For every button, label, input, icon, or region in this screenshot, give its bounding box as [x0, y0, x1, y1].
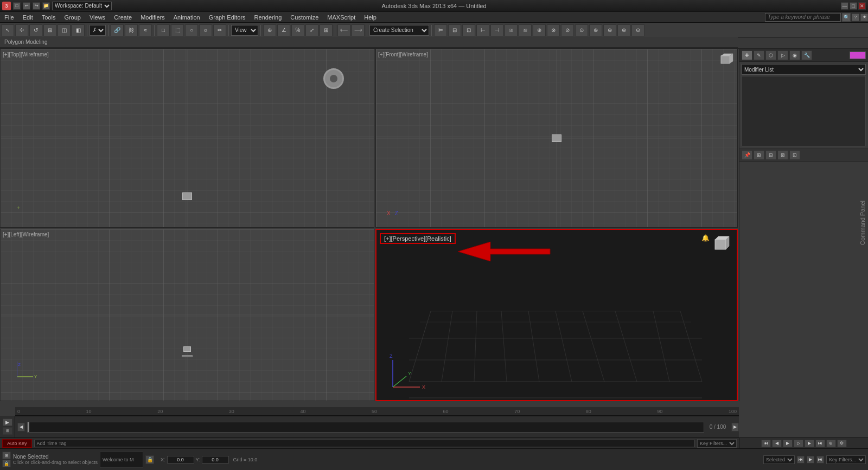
pin-stack-btn[interactable]: 📌	[742, 150, 752, 160]
menu-animation[interactable]: Animation	[169, 12, 205, 22]
status-grid-icon[interactable]: ⊞	[2, 452, 11, 459]
link-btn[interactable]: 🔗	[111, 24, 124, 36]
bookmark-icon[interactable]: ★	[860, 14, 868, 21]
stack-expand-btn[interactable]: ⊞	[754, 150, 764, 160]
search-input[interactable]	[765, 13, 841, 22]
play-btn[interactable]: ▶	[783, 440, 793, 447]
menu-modifiers[interactable]: Modifiers	[136, 12, 169, 22]
tb-btn-1[interactable]: ⊨	[434, 24, 447, 36]
scale-tool-btn[interactable]: ⊞	[43, 24, 56, 36]
color-swatch[interactable]	[850, 51, 866, 59]
menu-file[interactable]: File	[0, 12, 18, 22]
modifier-stack-box[interactable]	[742, 76, 866, 146]
undo-btn[interactable]: ⟵	[337, 24, 350, 36]
title-bar-controls[interactable]: — □ ✕	[841, 2, 866, 10]
tb-btn-4[interactable]: ⊢	[476, 24, 489, 36]
menu-customize[interactable]: Customize	[286, 12, 323, 22]
circle-select-btn[interactable]: ○	[185, 24, 198, 36]
key-filters-dropdown[interactable]: Key Filters...	[697, 439, 737, 448]
tb-btn-3[interactable]: ⊡	[462, 24, 475, 36]
angle-snap-btn[interactable]: ∠	[277, 24, 290, 36]
status-frame-icon[interactable]: ⏮	[797, 456, 805, 463]
titlebar-icon2[interactable]: ↩	[23, 2, 30, 10]
modify-panel-icon[interactable]: ✎	[754, 50, 764, 60]
time-config-btn[interactable]: ⚙	[837, 440, 847, 447]
reference-dropdown[interactable]: All	[90, 25, 106, 36]
spinner-snap-btn[interactable]: ⤢	[305, 24, 318, 36]
paint-select-btn[interactable]: ✏	[213, 24, 226, 36]
timeline-prev-btn[interactable]: ◀	[17, 423, 25, 432]
timeline-next-btn[interactable]: ▶	[731, 423, 739, 432]
object-lock-icon[interactable]: 🔒	[145, 455, 154, 464]
lasso-select-btn[interactable]: ⌾	[199, 24, 212, 36]
tb-btn-6[interactable]: ≋	[505, 24, 518, 36]
motion-panel-icon[interactable]: ▷	[777, 50, 788, 60]
timeline-slider[interactable]	[27, 422, 704, 433]
create-panel-icon[interactable]: ✚	[742, 50, 752, 60]
next-frame-btn[interactable]: ▶	[805, 440, 814, 447]
menu-graph-editors[interactable]: Graph Editors	[205, 12, 250, 22]
workspace-dropdown[interactable]: Workspace: Default	[52, 2, 112, 10]
tb-btn-9[interactable]: ⊗	[547, 24, 560, 36]
menu-create[interactable]: Create	[110, 12, 136, 22]
percent-snap-btn[interactable]: %	[291, 24, 304, 36]
maximize-button[interactable]: □	[850, 2, 857, 10]
status-frame-end-icon[interactable]: ⏭	[816, 456, 824, 463]
mirror-btn[interactable]: ◫	[58, 24, 71, 36]
menu-tools[interactable]: Tools	[37, 12, 60, 22]
view-dropdown[interactable]: View	[231, 25, 258, 36]
align-btn[interactable]: ◧	[72, 24, 85, 36]
tb-btn-15[interactable]: ⊝	[631, 24, 644, 36]
stack-delete-btn[interactable]: ⊠	[777, 150, 788, 160]
stack-options-btn[interactable]: ⊡	[789, 150, 800, 160]
status-play-icon[interactable]: ▶	[807, 456, 814, 463]
menu-views[interactable]: Views	[85, 12, 110, 22]
tb-btn-13[interactable]: ⊛	[603, 24, 616, 36]
menu-help[interactable]: Help	[360, 12, 381, 22]
autokey-mode-dropdown[interactable]: Selected	[763, 455, 795, 464]
titlebar-icon1[interactable]: □	[13, 2, 21, 10]
redo-btn[interactable]: ⟶	[352, 24, 365, 36]
menu-edit[interactable]: Edit	[18, 12, 37, 22]
tb-btn-12[interactable]: ⊚	[589, 24, 602, 36]
create-selection-dropdown[interactable]: Create Selection	[369, 25, 429, 36]
menu-group[interactable]: Group	[60, 12, 85, 22]
tb-btn-14[interactable]: ⊜	[617, 24, 630, 36]
key-mode-btn[interactable]: ⊕	[826, 440, 836, 447]
snap-toggle-btn[interactable]: ⊕	[263, 24, 276, 36]
stack-collapse-btn[interactable]: ⊟	[765, 150, 776, 160]
perspective-viewport[interactable]: [+][Perspective][Realistic]	[375, 229, 738, 401]
tb-btn-8[interactable]: ⊕	[533, 24, 546, 36]
tb-btn-2[interactable]: ⊟	[448, 24, 461, 36]
modifier-list-dropdown[interactable]: Modifier List	[742, 64, 866, 75]
hierarchy-panel-icon[interactable]: ⬡	[765, 50, 776, 60]
edge-snap-btn[interactable]: ⊞	[320, 24, 333, 36]
rectangle-select-btn[interactable]: ⬚	[171, 24, 184, 36]
auto-key-button[interactable]: Auto Key	[2, 439, 32, 448]
object-select-btn[interactable]: □	[157, 24, 170, 36]
menu-maxscript[interactable]: MAXScript	[323, 12, 360, 22]
titlebar-icon4[interactable]: 📁	[42, 2, 50, 10]
menu-rendering[interactable]: Rendering	[250, 12, 286, 22]
close-button[interactable]: ✕	[858, 2, 866, 10]
y-coord-input[interactable]	[202, 456, 229, 463]
loop-btn[interactable]: ⊞	[3, 427, 12, 435]
utilities-panel-icon[interactable]: 🔧	[801, 50, 812, 60]
rotate-tool-btn[interactable]: ↺	[29, 24, 42, 36]
play-selected-btn[interactable]: ▷	[794, 440, 803, 447]
help-icon[interactable]: ?	[852, 14, 859, 21]
titlebar-icon3[interactable]: ↪	[33, 2, 40, 10]
tb-btn-11[interactable]: ⊙	[575, 24, 588, 36]
x-coord-input[interactable]	[167, 456, 194, 463]
tb-btn-5[interactable]: ⊣	[490, 24, 503, 36]
search-icon[interactable]: 🔍	[842, 13, 851, 22]
tb-btn-10[interactable]: ⊘	[561, 24, 574, 36]
prev-frame-btn[interactable]: ◀	[772, 440, 782, 447]
mini-player-btn[interactable]: ▶	[3, 419, 12, 426]
minimize-button[interactable]: —	[841, 2, 848, 10]
top-right-viewport[interactable]: [+][Front][Wireframe] X Z	[375, 49, 738, 228]
bind-btn[interactable]: ≈	[139, 24, 152, 36]
top-left-viewport[interactable]: [+][Top][Wireframe] +	[0, 49, 374, 228]
unlink-btn[interactable]: ⛓	[125, 24, 138, 36]
display-panel-icon[interactable]: ◉	[789, 50, 800, 60]
